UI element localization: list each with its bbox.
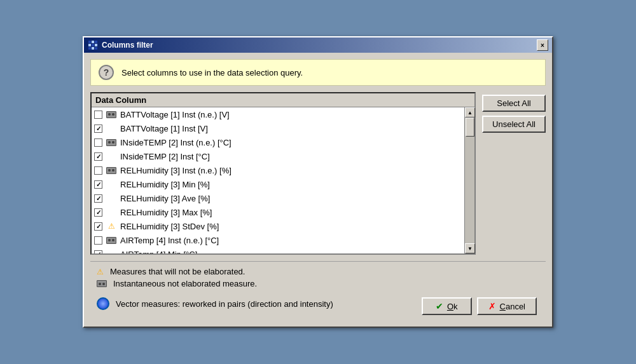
spacer-6 <box>106 180 116 188</box>
scrollbar[interactable]: ▲ ▼ <box>464 107 474 253</box>
list-item[interactable]: BATTVoltage [1] Inst [V] <box>92 121 464 135</box>
inst-icon-1 <box>106 111 116 118</box>
checkbox-7[interactable] <box>94 194 102 203</box>
legend-vector-text: Vector measures: reworked in pairs (dire… <box>116 299 333 309</box>
item-label-7: RELHumidity [3] Ave [%] <box>120 194 210 203</box>
list-item[interactable]: RELHumidity [3] Max [%] <box>92 205 464 219</box>
item-label-11: AIRTemp [4] Min [°C] <box>120 250 197 254</box>
help-icon: ? <box>99 65 114 80</box>
list-items: BATTVoltage [1] Inst (n.e.) [V] BATTVolt… <box>92 107 464 253</box>
inst-icon-3 <box>106 138 116 146</box>
spacer-2 <box>106 125 116 132</box>
ok-button[interactable]: ✔ Ok <box>422 297 472 315</box>
item-label-6: RELHumidity [3] Min [%] <box>120 180 210 189</box>
columns-filter-dialog: Columns filter × ? Select columns to use… <box>83 36 553 328</box>
scrollbar-area: BATTVoltage [1] Inst (n.e.) [V] BATTVolt… <box>92 107 474 253</box>
item-label-9: RELHumidity [3] StDev [%] <box>120 222 219 231</box>
legend-warning-text: Measures that will not be elaborated. <box>110 267 245 276</box>
item-label-5: RELHumidity [3] Inst (n.e.) [%] <box>120 166 232 175</box>
list-item[interactable]: RELHumidity [3] Ave [%] <box>92 191 464 205</box>
info-box: ? Select columns to use in the data sele… <box>90 59 546 86</box>
list-item[interactable]: AIRTemp [4] Min [°C] <box>92 247 464 253</box>
list-item[interactable]: INsideTEMP [2] Inst (n.e.) [°C] <box>92 135 464 149</box>
item-label-3: INsideTEMP [2] Inst (n.e.) [°C] <box>120 138 232 147</box>
checkbox-10[interactable] <box>94 236 102 245</box>
checkbox-9[interactable] <box>94 222 102 231</box>
list-header: Data Column <box>92 93 474 107</box>
legend-area: ⚠ Measures that will not be elaborated. … <box>90 261 546 320</box>
legend-vector-icon <box>97 297 109 310</box>
item-label-4: INsideTEMP [2] Inst [°C] <box>120 152 210 161</box>
scroll-thumb[interactable] <box>466 118 474 137</box>
spacer-8 <box>106 208 116 216</box>
warning-icon-9: ⚠ <box>106 222 116 230</box>
item-label-10: AIRTemp [4] Inst (n.e.) [°C] <box>120 236 219 245</box>
scroll-up-button[interactable]: ▲ <box>465 107 475 118</box>
dialog-title: Columns filter <box>102 41 153 50</box>
main-content: Data Column BATTVoltage [1] Inst (n.e.) … <box>90 92 546 255</box>
list-item[interactable]: BATTVoltage [1] Inst (n.e.) [V] <box>92 107 464 121</box>
checkbox-6[interactable] <box>94 180 102 189</box>
info-message: Select columns to use in the data select… <box>121 68 303 78</box>
column-list-container: Data Column BATTVoltage [1] Inst (n.e.) … <box>90 92 476 255</box>
checkbox-8[interactable] <box>94 208 102 217</box>
footer-buttons: ✔ Ok ✗ Cancel <box>422 297 539 315</box>
spacer-7 <box>106 194 116 202</box>
cancel-x-icon: ✗ <box>488 301 496 311</box>
select-all-button[interactable]: Select All <box>482 95 546 112</box>
item-label-8: RELHumidity [3] Max [%] <box>120 208 212 217</box>
item-label-2: BATTVoltage [1] Inst [V] <box>120 124 208 133</box>
title-bar: Columns filter × <box>84 37 552 53</box>
title-bar-left: Columns filter <box>88 40 153 50</box>
inst-icon-10 <box>106 236 116 244</box>
list-item[interactable]: AIRTemp [4] Inst (n.e.) [°C] <box>92 233 464 247</box>
legend-item-inst: Instantaneous not elaborated measure. <box>97 279 539 288</box>
list-item[interactable]: RELHumidity [3] Inst (n.e.) [%] <box>92 163 464 177</box>
side-buttons: Select All Unselect All <box>482 92 546 255</box>
checkbox-1[interactable] <box>94 111 102 119</box>
dialog-body: ? Select columns to use in the data sele… <box>84 53 552 327</box>
scroll-down-button[interactable]: ▼ <box>465 243 475 253</box>
cancel-button[interactable]: ✗ Cancel <box>477 297 537 315</box>
checkbox-2[interactable] <box>94 125 102 133</box>
checkbox-4[interactable] <box>94 152 102 161</box>
list-header-title: Data Column <box>95 95 146 105</box>
list-item[interactable]: RELHumidity [3] Min [%] <box>92 177 464 191</box>
legend-warning-icon: ⚠ <box>97 267 104 276</box>
spacer-4 <box>106 152 116 160</box>
item-label-1: BATTVoltage [1] Inst (n.e.) [V] <box>120 110 230 119</box>
legend-inst-text: Instantaneous not elaborated measure. <box>113 279 257 288</box>
legend-item-warning: ⚠ Measures that will not be elaborated. <box>97 267 539 276</box>
checkbox-11[interactable] <box>94 250 102 254</box>
legend-item-vector: Vector measures: reworked in pairs (dire… <box>97 297 333 310</box>
unselect-all-button[interactable]: Unselect All <box>482 116 546 133</box>
checkbox-3[interactable] <box>94 138 102 147</box>
list-item[interactable]: ⚠ RELHumidity [3] StDev [%] <box>92 219 464 233</box>
list-item[interactable]: INsideTEMP [2] Inst [°C] <box>92 149 464 163</box>
ok-label: Ok <box>447 302 458 311</box>
cancel-label: Cancel <box>500 302 525 311</box>
legend-inst-icon <box>97 280 107 287</box>
close-button[interactable]: × <box>537 39 548 51</box>
inst-icon-5 <box>106 166 116 174</box>
scroll-track <box>465 118 474 243</box>
spacer-11 <box>106 250 116 253</box>
dialog-icon <box>88 40 98 50</box>
ok-check-icon: ✔ <box>436 301 443 311</box>
checkbox-5[interactable] <box>94 166 102 175</box>
